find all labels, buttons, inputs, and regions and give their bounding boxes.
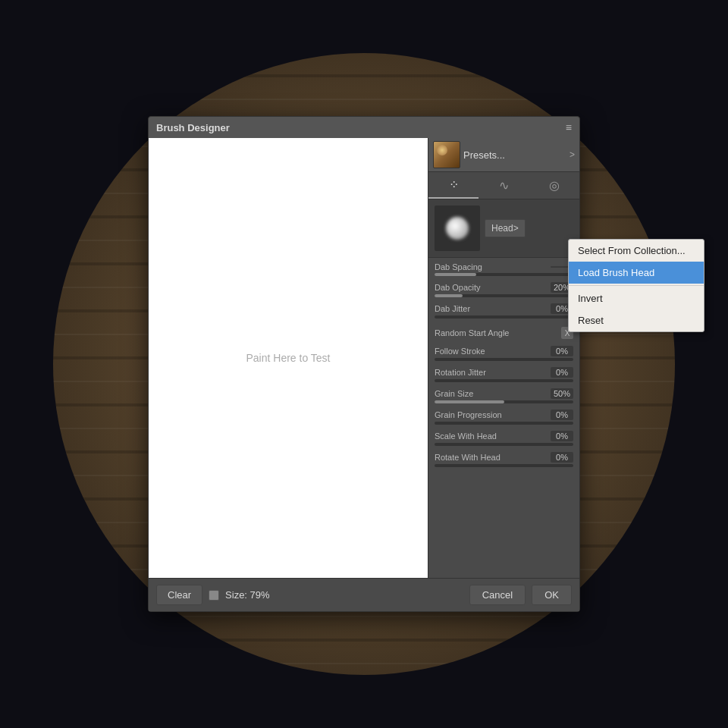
canvas-hint: Paint Here to Test	[246, 352, 330, 364]
slider-value-rotate-with-head: 0%	[551, 452, 573, 463]
ok-button[interactable]: OK	[532, 585, 572, 605]
tab-icons: ⁘ ∿ ◎	[428, 172, 579, 199]
slider-label-dab-opacity: Dab Opacity	[435, 283, 481, 292]
slider-label-dab-spacing: Dab Spacing	[435, 262, 482, 271]
slider-dab-opacity: Dab Opacity 20%	[435, 282, 573, 297]
slider-track-grain-size[interactable]	[435, 400, 573, 403]
slider-fill-dab-opacity	[435, 294, 463, 297]
context-menu-item-reset[interactable]: Reset	[569, 309, 704, 331]
presets-bar: Presets... >	[428, 138, 579, 172]
slider-track-dab-spacing[interactable]	[435, 273, 573, 276]
menu-icon[interactable]: ≡	[566, 121, 572, 133]
head-button[interactable]: Head>	[485, 219, 526, 237]
dialog-title: Brush Designer	[156, 122, 230, 133]
context-menu-item-select-collection[interactable]: Select From Collection...	[569, 240, 704, 262]
brush-dot	[446, 217, 469, 240]
slider-scale-with-head: Scale With Head 0%	[435, 431, 573, 446]
context-menu-item-load-brush-head[interactable]: Load Brush Head	[569, 262, 704, 284]
slider-dab-jitter: Dab Jitter 0%	[435, 303, 573, 318]
slider-track-dab-opacity[interactable]	[435, 294, 573, 297]
slider-value-grain-size: 50%	[551, 388, 573, 399]
slider-label-rotation-jitter: Rotation Jitter	[435, 368, 486, 377]
clear-button[interactable]: Clear	[156, 585, 202, 605]
slider-value-rotation-jitter: 0%	[551, 367, 573, 378]
brush-preview-area: Head> Select From Collection... Load Bru…	[428, 199, 579, 258]
paint-canvas[interactable]: Paint Here to Test	[149, 138, 428, 578]
tab-curve[interactable]: ∿	[479, 172, 529, 199]
slider-track-dab-jitter[interactable]	[435, 315, 573, 318]
brush-head-canvas	[435, 206, 480, 251]
random-start-angle-row: Random Start Angle X	[435, 325, 573, 341]
sliders-section: Dab Spacing Dab Opacity 20%	[428, 258, 579, 578]
brush-thumbnail	[433, 141, 460, 168]
slider-rotate-with-head: Rotate With Head 0%	[435, 452, 573, 467]
slider-value-scale-with-head: 0%	[551, 431, 573, 441]
slider-dab-spacing: Dab Spacing	[435, 262, 573, 276]
tab-circle[interactable]: ◎	[529, 172, 579, 199]
slider-fill-dab-spacing	[435, 273, 476, 276]
tab-dabs[interactable]: ⁘	[428, 172, 479, 199]
slider-grain-progression: Grain Progression 0%	[435, 410, 573, 425]
slider-label-grain-size: Grain Size	[435, 389, 473, 398]
slider-track-rotate-with-head[interactable]	[435, 464, 573, 467]
dialog-body: Paint Here to Test Presets... > ⁘ ∿ ◎ H	[149, 138, 579, 578]
slider-track-rotation-jitter[interactable]	[435, 379, 573, 382]
slider-label-scale-with-head: Scale With Head	[435, 431, 497, 441]
slider-label-grain-progression: Grain Progression	[435, 410, 502, 419]
slider-label-follow-stroke: Follow Stroke	[435, 347, 485, 356]
cancel-button[interactable]: Cancel	[469, 585, 526, 605]
right-panel: Presets... > ⁘ ∿ ◎ Head> Select From Col…	[428, 138, 579, 578]
slider-track-scale-with-head[interactable]	[435, 443, 573, 446]
bottom-bar: Clear Size: 79% Cancel OK	[149, 578, 579, 611]
slider-label-rotate-with-head: Rotate With Head	[435, 453, 500, 462]
context-menu-item-invert[interactable]: Invert	[569, 287, 704, 309]
slider-value-grain-progression: 0%	[551, 410, 573, 420]
presets-arrow: >	[570, 149, 575, 160]
slider-value-follow-stroke: 0%	[551, 346, 573, 356]
slider-follow-stroke: Follow Stroke 0%	[435, 346, 573, 361]
size-checkbox[interactable]	[209, 590, 219, 601]
size-label: Size: 79%	[225, 589, 270, 601]
context-menu-divider	[569, 285, 704, 286]
slider-label-dab-jitter: Dab Jitter	[435, 304, 470, 313]
presets-label[interactable]: Presets...	[463, 149, 566, 161]
dialog-titlebar: Brush Designer ≡	[149, 117, 579, 138]
slider-rotation-jitter: Rotation Jitter 0%	[435, 367, 573, 382]
slider-track-follow-stroke[interactable]	[435, 358, 573, 361]
brush-designer-dialog: Brush Designer ≡ Paint Here to Test Pres…	[148, 116, 580, 612]
slider-fill-grain-size	[435, 400, 504, 403]
slider-grain-size: Grain Size 50%	[435, 388, 573, 403]
context-menu: Select From Collection... Load Brush Hea…	[568, 239, 704, 332]
rsa-label: Random Start Angle	[435, 328, 509, 337]
slider-track-grain-progression[interactable]	[435, 422, 573, 425]
